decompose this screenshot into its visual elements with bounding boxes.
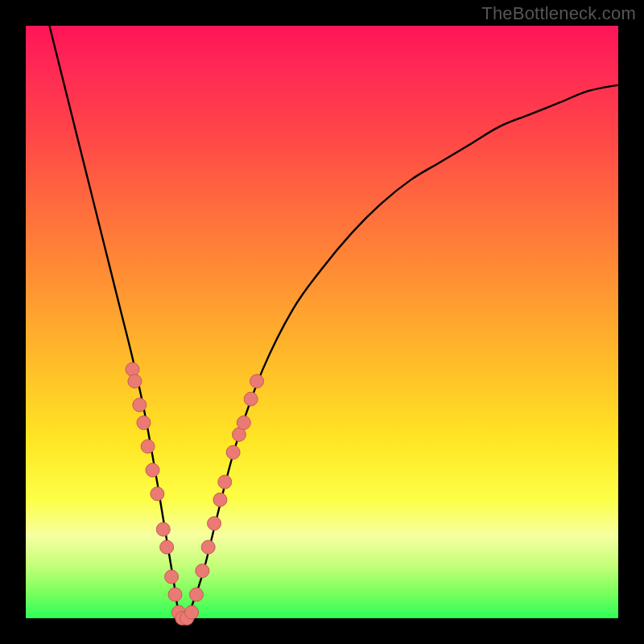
data-marker [151,487,164,501]
data-marker [250,374,264,388]
data-marker [137,416,151,430]
data-marker [213,493,227,506]
chart-svg [26,26,618,618]
bottleneck-curve [49,26,618,621]
data-marker [146,464,159,477]
data-marker [244,392,258,406]
data-marker [126,362,139,376]
data-marker [128,374,142,388]
data-marker [156,522,170,536]
plot-area [26,26,618,618]
data-marker [218,475,232,489]
data-marker [141,440,155,453]
watermark-text: TheBottleneck.com [481,3,636,24]
data-marker [165,570,179,584]
data-marker [196,564,209,578]
marker-group [126,362,264,625]
data-marker [168,588,182,601]
data-marker [185,605,199,619]
data-marker [226,445,240,459]
data-marker [237,416,250,430]
data-marker [133,398,147,412]
data-marker [208,517,221,530]
data-marker [189,588,203,601]
data-marker [201,540,215,554]
data-marker [160,540,174,554]
chart-frame: TheBottleneck.com [0,0,644,644]
